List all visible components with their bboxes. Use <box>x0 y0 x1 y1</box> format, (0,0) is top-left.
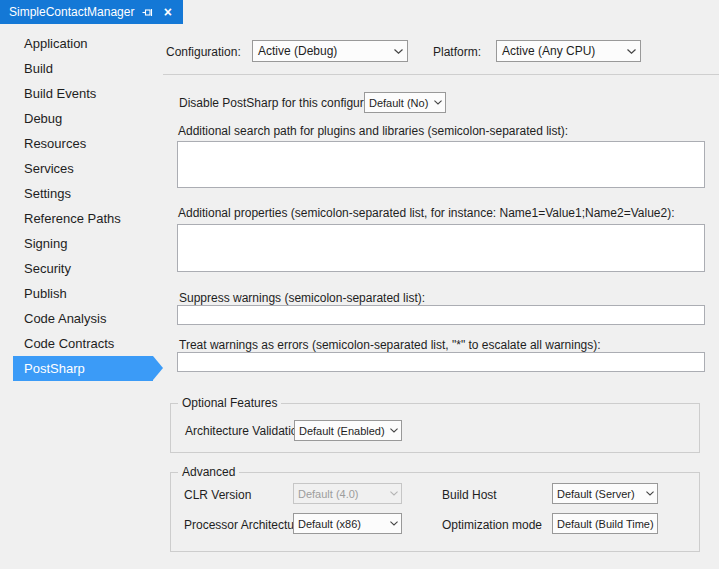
treat-warnings-input[interactable] <box>177 352 705 372</box>
platform-label: Platform: <box>433 45 481 59</box>
sidebar-item-application[interactable]: Application <box>13 31 153 56</box>
pin-icon[interactable] <box>141 6 154 19</box>
sidebar-item-label: Debug <box>24 111 62 126</box>
tab-strip: SimpleContactManager × <box>0 0 719 24</box>
sidebar-item-services[interactable]: Services <box>13 156 153 181</box>
combo-value: Default (x86) <box>298 518 361 530</box>
sidebar-item-reference-paths[interactable]: Reference Paths <box>13 206 153 231</box>
search-path-input[interactable] <box>177 141 705 188</box>
selected-item-arrow-icon <box>153 356 163 380</box>
sidebar-item-label: Build <box>24 61 53 76</box>
optional-features-title: Optional Features <box>178 396 281 411</box>
configuration-select[interactable]: Active (Debug) <box>252 40 408 62</box>
sidebar-item-label: Resources <box>24 136 86 151</box>
optimization-mode-label: Optimization mode <box>442 518 542 532</box>
sidebar-item-code-analysis[interactable]: Code Analysis <box>13 306 153 331</box>
architecture-validation-select[interactable]: Default (Enabled) <box>294 420 402 441</box>
advanced-title: Advanced <box>178 465 239 480</box>
suppress-warnings-label: Suppress warnings (semicolon-separated l… <box>179 291 425 305</box>
additional-properties-input[interactable] <box>177 224 705 272</box>
sidebar-item-debug[interactable]: Debug <box>13 106 153 131</box>
combo-value: Default (Enabled) <box>299 425 385 437</box>
close-icon[interactable]: × <box>161 6 174 19</box>
sidebar-item-build-events[interactable]: Build Events <box>13 81 153 106</box>
sidebar-item-settings[interactable]: Settings <box>13 181 153 206</box>
sidebar-item-label: Publish <box>24 286 67 301</box>
sidebar-item-label: Application <box>24 36 88 51</box>
sidebar-item-label: Settings <box>24 186 71 201</box>
build-host-label: Build Host <box>442 488 497 502</box>
chevron-down-icon <box>627 49 636 54</box>
sidebar-item-label: Code Contracts <box>24 336 114 351</box>
sidebar-item-label: PostSharp <box>24 361 85 376</box>
architecture-validation-label: Architecture Validation <box>185 424 304 438</box>
configuration-label: Configuration: <box>166 45 241 59</box>
sidebar-item-label: Signing <box>24 236 67 251</box>
sidebar-item-label: Services <box>24 161 74 176</box>
document-tab-title: SimpleContactManager <box>9 5 134 19</box>
disable-postsharp-label: Disable PostSharp for this configuration… <box>179 96 393 110</box>
chevron-down-icon <box>390 491 398 496</box>
sidebar-item-build[interactable]: Build <box>13 56 153 81</box>
combo-value: Default (Server) <box>557 488 635 500</box>
build-host-select[interactable]: Default (Server) <box>552 483 658 504</box>
combo-value: Default (4.0) <box>298 488 359 500</box>
sidebar-item-security[interactable]: Security <box>13 256 153 281</box>
sidebar-item-label: Reference Paths <box>24 211 121 226</box>
sidebar: Application Build Build Events Debug Res… <box>0 31 165 381</box>
chevron-down-icon <box>394 49 403 54</box>
combo-value: Default (Build Time) <box>557 518 654 530</box>
additional-properties-label: Additional properties (semicolon-separat… <box>178 206 675 220</box>
clr-version-select: Default (4.0) <box>293 483 402 504</box>
treat-warnings-label: Treat warnings as errors (semicolon-sepa… <box>179 338 601 352</box>
sidebar-item-signing[interactable]: Signing <box>13 231 153 256</box>
sidebar-item-code-contracts[interactable]: Code Contracts <box>13 331 153 356</box>
chevron-down-icon <box>390 521 398 526</box>
chevron-down-icon <box>434 100 442 105</box>
processor-architecture-label: Processor Architecture <box>184 518 305 532</box>
sidebar-item-label: Security <box>24 261 71 276</box>
search-path-label: Additional search path for plugins and l… <box>178 124 568 138</box>
clr-version-label: CLR Version <box>184 488 251 502</box>
sidebar-item-publish[interactable]: Publish <box>13 281 153 306</box>
processor-architecture-select[interactable]: Default (x86) <box>293 513 402 534</box>
combo-value: Active (Any CPU) <box>502 44 595 58</box>
suppress-warnings-input[interactable] <box>177 305 705 325</box>
sidebar-item-label: Build Events <box>24 86 96 101</box>
combo-value: Active (Debug) <box>258 44 337 58</box>
sidebar-item-label: Code Analysis <box>24 311 106 326</box>
document-tab[interactable]: SimpleContactManager × <box>0 0 183 24</box>
sidebar-item-resources[interactable]: Resources <box>13 131 153 156</box>
combo-value: Default (No) <box>369 97 428 109</box>
optimization-mode-select[interactable]: Default (Build Time) <box>552 513 658 534</box>
platform-select[interactable]: Active (Any CPU) <box>496 40 641 62</box>
separator <box>163 74 719 75</box>
chevron-down-icon <box>390 428 398 433</box>
chevron-down-icon <box>646 491 654 496</box>
sidebar-item-postsharp[interactable]: PostSharp <box>13 356 153 381</box>
disable-postsharp-select[interactable]: Default (No) <box>364 92 446 113</box>
